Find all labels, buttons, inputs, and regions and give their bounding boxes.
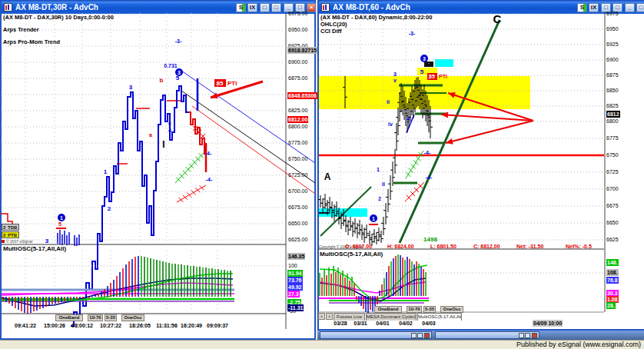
osc-axis-label: 100 [288, 263, 297, 268]
copyright-text: © 2007 eSignal [6, 239, 32, 244]
osc-mode-button[interactable]: 10-70 [88, 314, 103, 321]
osc-value-tag: 108. [606, 269, 619, 276]
price-axis-label: 6975 [606, 11, 619, 16]
price-axis-label: 6675 [606, 203, 619, 208]
window-cascade-icon[interactable]: □ [271, 3, 281, 12]
osc-mode-button[interactable]: OneOsc [440, 306, 463, 313]
price-axis-label: 6675.00 [288, 204, 307, 210]
price-axis-label: 6925 [606, 42, 619, 47]
quote-field: Net%: -0.5 [566, 244, 592, 249]
price-axis-label: 6750 [606, 152, 619, 158]
left-chart-window: AX M8-DT,30R - AdvCh S IX □ □ _ □ × [0, 0, 316, 340]
osc-mode-button[interactable]: 10-70 [407, 306, 422, 313]
time-axis-label: 11:31:56 [156, 323, 178, 328]
quote-field: Net: -31.50 [516, 244, 543, 249]
interval-button[interactable]: IX [589, 3, 599, 12]
time-axis-label: 16:20:49 [181, 323, 202, 328]
left-symbol-header: (AX M8-DT - DAX,30R) 10 Days,0:00-0:00 [3, 14, 114, 21]
minimize-button[interactable] [519, 333, 524, 338]
close-icon[interactable] [532, 333, 537, 338]
minimized-windows-strip [317, 331, 644, 340]
tab-scroll-right-icon[interactable]: › [326, 313, 333, 320]
close-icon[interactable] [424, 333, 430, 338]
left-window-titlebar[interactable]: AX M8-DT,30R - AdvCh S IX □ □ _ □ × [2, 2, 314, 14]
left-window-title: AX M8-DT,30R - AdvCh [15, 2, 98, 14]
time-axis-label: 15:00:26 [44, 323, 65, 328]
price-axis-label: 6950 [606, 26, 619, 32]
price-axis-label: 6750.00 [288, 156, 307, 161]
price-axis-label: 6825 [606, 103, 619, 108]
cursor-datetime-tag: 04/09 10:00 [533, 320, 563, 327]
price-axis-label: 6900 [606, 57, 619, 62]
minimize-button[interactable]: _ [625, 3, 635, 12]
maximize-button[interactable]: □ [636, 3, 644, 12]
right-chart-window: AX M8-DT,60 - AdvCh S IX □ □ _ □ [317, 0, 644, 331]
price-axis-label: 6625 [606, 237, 619, 242]
price-axis-label: 6725.00 [288, 172, 307, 178]
study-toggle-button[interactable]: TDB [2, 224, 19, 231]
time-axis-label: 09:41:22 [15, 323, 36, 328]
price-tag: 6848.65306 [287, 92, 317, 99]
osc-mode-button[interactable]: OneBand [374, 306, 402, 313]
sheet-tab[interactable]: Futures Live [334, 313, 365, 321]
price-tag: 6812.00 [287, 116, 308, 123]
window-restore-icon[interactable]: □ [260, 3, 270, 12]
sheet-tab[interactable]: MultiOSC(5-17,All,All) [417, 313, 462, 321]
maximize-button[interactable] [525, 333, 530, 338]
price-axis-label: 6725 [606, 169, 619, 174]
time-axis-label: 10:27:22 [100, 323, 121, 328]
osc-mode-button[interactable]: 5-35 [105, 314, 117, 321]
right-multiosc-label: MultiOSC(5-17,All,All) [320, 251, 383, 258]
quote-field: L: 6801.50 [430, 244, 456, 249]
price-axis-label: 6875 [606, 72, 619, 78]
minimized-window-titlebar[interactable] [435, 331, 539, 339]
price-axis-label: 6875.00 [288, 75, 307, 81]
price-axis-label: 6850 [606, 88, 619, 93]
quote-field: C: 6812.00 [473, 244, 500, 249]
osc-mode-button[interactable]: 5-35 [423, 306, 436, 313]
right-window-titlebar[interactable]: AX M8-DT,60 - AdvCh S IX □ □ _ □ [319, 2, 644, 14]
chart-window-icon [4, 3, 12, 12]
date-axis-label: 04/03 [422, 321, 436, 326]
indicator-label-cci-diff: CCI Diff [320, 28, 342, 35]
quote-field: O: 6807.00 [345, 244, 372, 249]
right-symbol-header: (AX M8-DT - DAX,60) Dynamic,8:00-22:00 [320, 14, 432, 21]
study-toggle-button[interactable]: PTB [2, 231, 19, 238]
price-axis-label: 6800 [606, 118, 619, 124]
snapshot-toggle-button[interactable]: S [577, 3, 587, 12]
close-button[interactable]: × [307, 3, 316, 12]
osc-value-tag: 148. [606, 259, 619, 266]
osc-value-tag: 91.94 [287, 270, 303, 277]
date-axis-label: 03/31 [354, 321, 367, 326]
interval-button[interactable]: IX [247, 3, 257, 12]
quote-field: H: 6824.00 [387, 244, 414, 249]
price-axis-label: 6900.00 [288, 59, 307, 65]
price-axis-label: 6800.00 [288, 124, 307, 129]
snapshot-toggle-button[interactable]: S [236, 3, 246, 12]
osc-value-tag: 73.76 [287, 277, 303, 284]
osc-value-tag: 27.3 [287, 291, 300, 297]
time-axis-label: 18:26:05 [129, 323, 151, 328]
osc-value-tag: 28. [606, 302, 616, 309]
price-axis-label: 6950.00 [288, 27, 307, 32]
tab-scroll-left-icon[interactable]: ‹ [318, 313, 325, 320]
maximize-button[interactable] [417, 333, 423, 338]
sheet-tab[interactable]: MESA Dominant Cycle(C) [366, 313, 417, 321]
minimized-window-titlebar[interactable] [320, 331, 432, 339]
indicator-label-arps-promom: Arps Pro-Mom Trend [3, 38, 60, 45]
indicator-label-ohlc: OHLC(20) [320, 21, 347, 28]
date-axis-label: 04/02 [399, 321, 413, 326]
right-window-title: AX M8-DT,60 - AdvCh [333, 2, 410, 14]
price-axis-label: 6650.00 [288, 221, 307, 226]
indicator-label-arps-trender: Arps Trender [3, 26, 39, 33]
osc-value-tag: 76.8 [606, 277, 619, 284]
osc-mode-button[interactable]: OneOsc [121, 314, 144, 321]
minimize-button[interactable] [411, 333, 417, 338]
price-axis-label: 6825.00 [288, 108, 307, 113]
price-axis-label: 6975.00 [288, 11, 307, 16]
price-axis-label: 6775 [606, 135, 619, 141]
osc-value-tag: -11.31 [287, 304, 304, 311]
osc-mode-button[interactable]: OneBand [55, 314, 83, 321]
date-axis-label: 04/01 [376, 321, 390, 326]
chart-window-icon [321, 3, 330, 12]
